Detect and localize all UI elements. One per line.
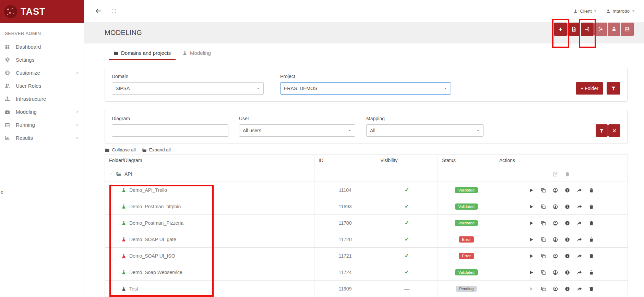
info-icon[interactable] [565, 286, 570, 292]
trash-icon[interactable] [589, 204, 594, 209]
brand[interactable]: TAST [0, 0, 84, 23]
user-select[interactable]: All users [239, 124, 355, 137]
sidebar-item-customize[interactable]: Customize [0, 66, 84, 79]
user-circle-icon[interactable] [553, 253, 558, 259]
trash-icon[interactable] [589, 237, 594, 242]
apply-filter-button[interactable] [596, 124, 608, 137]
user-circle-icon[interactable] [553, 286, 558, 292]
user-circle-icon[interactable] [553, 204, 558, 209]
sidebar-item-user-roles[interactable]: User Roles [0, 79, 84, 92]
trash-icon[interactable] [589, 270, 594, 275]
add-button[interactable] [554, 23, 567, 36]
domain-project-panel: Domain SIPSA Project ERAS_DEMOS + Folder [105, 68, 628, 102]
diagram-name: Demo_Postman_Pizzeria [129, 220, 183, 226]
status-badge: Pending [456, 286, 477, 292]
user-menu[interactable]: mtarodo [606, 9, 635, 14]
title-band: MODELING [84, 22, 644, 44]
back-arrow-icon[interactable] [95, 8, 102, 14]
play-icon[interactable] [529, 204, 534, 209]
user-circle-icon[interactable] [553, 237, 558, 242]
save-button[interactable] [621, 23, 634, 36]
user-circle-icon[interactable] [553, 221, 558, 226]
fullscreen-icon[interactable] [111, 8, 117, 14]
info-icon[interactable] [565, 188, 570, 193]
copy-icon[interactable] [541, 286, 546, 292]
sidebar-item-running[interactable]: Running [0, 118, 84, 131]
table-row: Demo_SOAP UI_gate 11720 ✓ Error [105, 231, 628, 248]
diagram-filter-panel: Diagram User All users Mapping All [105, 110, 628, 144]
collapse-all-link[interactable]: Collapse all [105, 147, 136, 152]
copy-icon[interactable] [541, 188, 546, 193]
diagram-input[interactable] [112, 124, 228, 137]
sidebar-item-settings[interactable]: Settings [0, 53, 84, 66]
sidebar-item-modeling[interactable]: Modeling [0, 105, 84, 118]
clear-filter-button[interactable] [608, 124, 620, 137]
client-menu[interactable]: Client [573, 9, 597, 14]
trash-icon[interactable] [565, 172, 570, 177]
share-icon[interactable] [577, 204, 582, 209]
share-icon[interactable] [577, 286, 582, 292]
diagram-id: 11721 [314, 248, 376, 264]
tab-modeling[interactable]: Modeling [178, 46, 216, 60]
trash-icon[interactable] [589, 286, 594, 292]
visibility-check: ✓ [405, 253, 409, 259]
play-icon[interactable] [529, 237, 534, 242]
import-file-button[interactable] [568, 23, 580, 36]
collapse-minus-icon[interactable] [109, 172, 113, 176]
info-icon[interactable] [565, 237, 570, 242]
filter-button[interactable] [607, 82, 620, 95]
add-folder-button[interactable]: + Folder [576, 82, 603, 95]
sidebar-item-dashboard[interactable]: Dashboard [0, 40, 84, 53]
copy-icon[interactable] [541, 221, 546, 226]
mapping-label: Mapping [366, 116, 484, 121]
trash-icon[interactable] [589, 188, 594, 193]
play-icon[interactable] [529, 286, 534, 292]
tab-domains-and-projects[interactable]: Domains and projects [109, 46, 176, 60]
lock-button[interactable] [608, 23, 620, 36]
table-row: Demo_API_Trello 11104 ✓ Validated [105, 182, 628, 198]
mapping-select[interactable]: All [366, 124, 484, 137]
info-icon[interactable] [565, 204, 570, 209]
chevron-down-icon [594, 9, 597, 13]
share-icon[interactable] [577, 188, 582, 193]
status-badge: Validated [455, 187, 477, 193]
sign-in-icon [585, 27, 590, 32]
project-select[interactable]: ERAS_DEMOS [280, 82, 451, 95]
sidebar-section-label: SERVER ADMIN [0, 23, 84, 40]
folder-icon [105, 148, 109, 152]
table-row-folder[interactable]: API [105, 166, 628, 182]
check-out-button[interactable] [594, 23, 607, 36]
sidebar: TAST SERVER ADMIN Dashboard Settings Cus… [0, 0, 84, 297]
sidebar-item-results[interactable]: Results [0, 131, 84, 144]
play-icon[interactable] [529, 253, 534, 259]
bar-chart-icon [5, 135, 13, 140]
sign-out-icon [598, 27, 603, 32]
share-icon[interactable] [577, 253, 582, 259]
edit-icon[interactable] [553, 172, 558, 177]
expand-all-link[interactable]: Expand all [142, 147, 171, 152]
user-circle-icon[interactable] [553, 188, 558, 193]
copy-icon[interactable] [541, 253, 546, 259]
users-icon [5, 83, 13, 88]
user-circle-icon[interactable] [553, 270, 558, 275]
info-icon[interactable] [565, 221, 570, 226]
copy-icon[interactable] [541, 270, 546, 275]
trash-icon[interactable] [589, 221, 594, 226]
domain-select[interactable]: SIPSA [112, 82, 264, 95]
sidebar-item-infrastructure[interactable]: Infrastructure [0, 92, 84, 105]
share-icon[interactable] [577, 270, 582, 275]
trash-icon[interactable] [589, 253, 594, 259]
copy-icon[interactable] [541, 237, 546, 242]
info-icon[interactable] [565, 253, 570, 259]
info-icon[interactable] [565, 270, 570, 275]
main-area: Client mtarodo MODELING [84, 0, 644, 297]
page-title: MODELING [105, 29, 142, 37]
play-icon[interactable] [529, 188, 534, 193]
share-icon[interactable] [577, 237, 582, 242]
share-icon[interactable] [577, 221, 582, 226]
play-icon[interactable] [529, 270, 534, 275]
diagram-name: Demo_Soap Webservice [129, 270, 182, 275]
copy-icon[interactable] [541, 204, 546, 209]
check-in-button[interactable] [581, 23, 594, 36]
play-icon[interactable] [529, 221, 534, 226]
